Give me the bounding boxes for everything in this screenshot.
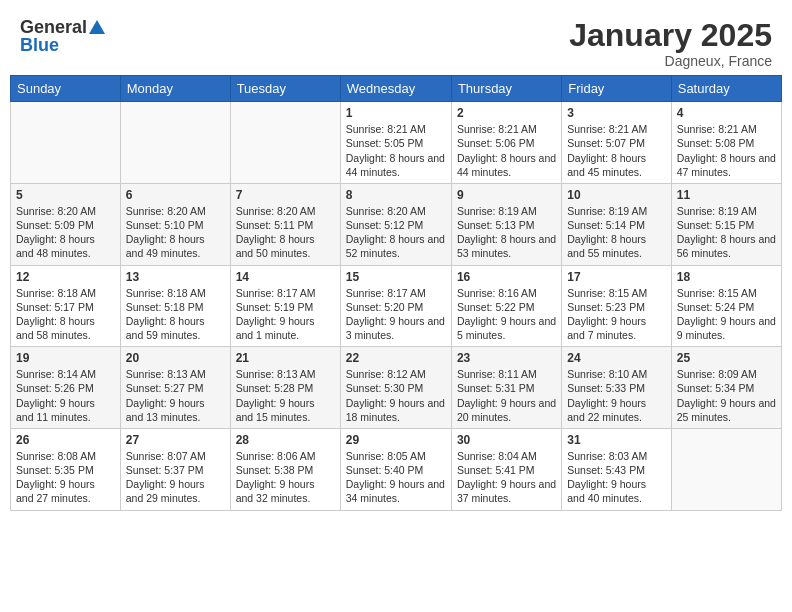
calendar-cell: 4Sunrise: 8:21 AMSunset: 5:08 PMDaylight… bbox=[671, 102, 781, 184]
calendar-week-row: 19Sunrise: 8:14 AMSunset: 5:26 PMDayligh… bbox=[11, 347, 782, 429]
cell-content: Sunrise: 8:11 AMSunset: 5:31 PMDaylight:… bbox=[457, 367, 556, 424]
day-number: 16 bbox=[457, 270, 556, 284]
day-number: 14 bbox=[236, 270, 335, 284]
day-number: 18 bbox=[677, 270, 776, 284]
day-number: 20 bbox=[126, 351, 225, 365]
calendar-cell: 25Sunrise: 8:09 AMSunset: 5:34 PMDayligh… bbox=[671, 347, 781, 429]
weekday-header-monday: Monday bbox=[120, 76, 230, 102]
weekday-header-thursday: Thursday bbox=[451, 76, 561, 102]
day-number: 21 bbox=[236, 351, 335, 365]
cell-content: Sunrise: 8:05 AMSunset: 5:40 PMDaylight:… bbox=[346, 449, 446, 506]
cell-content: Sunrise: 8:15 AMSunset: 5:23 PMDaylight:… bbox=[567, 286, 665, 343]
day-number: 19 bbox=[16, 351, 115, 365]
calendar-title: January 2025 bbox=[569, 18, 772, 53]
weekday-header-row: SundayMondayTuesdayWednesdayThursdayFrid… bbox=[11, 76, 782, 102]
calendar-cell: 29Sunrise: 8:05 AMSunset: 5:40 PMDayligh… bbox=[340, 428, 451, 510]
calendar-cell: 5Sunrise: 8:20 AMSunset: 5:09 PMDaylight… bbox=[11, 183, 121, 265]
day-number: 9 bbox=[457, 188, 556, 202]
cell-content: Sunrise: 8:08 AMSunset: 5:35 PMDaylight:… bbox=[16, 449, 115, 506]
calendar-cell: 20Sunrise: 8:13 AMSunset: 5:27 PMDayligh… bbox=[120, 347, 230, 429]
calendar-cell: 17Sunrise: 8:15 AMSunset: 5:23 PMDayligh… bbox=[562, 265, 671, 347]
calendar-cell: 2Sunrise: 8:21 AMSunset: 5:06 PMDaylight… bbox=[451, 102, 561, 184]
cell-content: Sunrise: 8:06 AMSunset: 5:38 PMDaylight:… bbox=[236, 449, 335, 506]
calendar-cell: 13Sunrise: 8:18 AMSunset: 5:18 PMDayligh… bbox=[120, 265, 230, 347]
calendar-week-row: 26Sunrise: 8:08 AMSunset: 5:35 PMDayligh… bbox=[11, 428, 782, 510]
calendar-cell: 28Sunrise: 8:06 AMSunset: 5:38 PMDayligh… bbox=[230, 428, 340, 510]
day-number: 23 bbox=[457, 351, 556, 365]
calendar-cell: 3Sunrise: 8:21 AMSunset: 5:07 PMDaylight… bbox=[562, 102, 671, 184]
day-number: 11 bbox=[677, 188, 776, 202]
cell-content: Sunrise: 8:12 AMSunset: 5:30 PMDaylight:… bbox=[346, 367, 446, 424]
day-number: 4 bbox=[677, 106, 776, 120]
weekday-header-tuesday: Tuesday bbox=[230, 76, 340, 102]
calendar-cell bbox=[671, 428, 781, 510]
calendar-cell: 1Sunrise: 8:21 AMSunset: 5:05 PMDaylight… bbox=[340, 102, 451, 184]
calendar-cell: 15Sunrise: 8:17 AMSunset: 5:20 PMDayligh… bbox=[340, 265, 451, 347]
cell-content: Sunrise: 8:04 AMSunset: 5:41 PMDaylight:… bbox=[457, 449, 556, 506]
cell-content: Sunrise: 8:18 AMSunset: 5:18 PMDaylight:… bbox=[126, 286, 225, 343]
calendar-cell: 26Sunrise: 8:08 AMSunset: 5:35 PMDayligh… bbox=[11, 428, 121, 510]
calendar-cell: 18Sunrise: 8:15 AMSunset: 5:24 PMDayligh… bbox=[671, 265, 781, 347]
cell-content: Sunrise: 8:21 AMSunset: 5:07 PMDaylight:… bbox=[567, 122, 665, 179]
calendar-cell: 10Sunrise: 8:19 AMSunset: 5:14 PMDayligh… bbox=[562, 183, 671, 265]
cell-content: Sunrise: 8:17 AMSunset: 5:20 PMDaylight:… bbox=[346, 286, 446, 343]
calendar-cell: 24Sunrise: 8:10 AMSunset: 5:33 PMDayligh… bbox=[562, 347, 671, 429]
day-number: 28 bbox=[236, 433, 335, 447]
day-number: 2 bbox=[457, 106, 556, 120]
cell-content: Sunrise: 8:19 AMSunset: 5:14 PMDaylight:… bbox=[567, 204, 665, 261]
cell-content: Sunrise: 8:20 AMSunset: 5:12 PMDaylight:… bbox=[346, 204, 446, 261]
cell-content: Sunrise: 8:19 AMSunset: 5:15 PMDaylight:… bbox=[677, 204, 776, 261]
calendar-cell: 8Sunrise: 8:20 AMSunset: 5:12 PMDaylight… bbox=[340, 183, 451, 265]
calendar-cell: 23Sunrise: 8:11 AMSunset: 5:31 PMDayligh… bbox=[451, 347, 561, 429]
calendar-week-row: 5Sunrise: 8:20 AMSunset: 5:09 PMDaylight… bbox=[11, 183, 782, 265]
day-number: 1 bbox=[346, 106, 446, 120]
weekday-header-friday: Friday bbox=[562, 76, 671, 102]
calendar-cell: 16Sunrise: 8:16 AMSunset: 5:22 PMDayligh… bbox=[451, 265, 561, 347]
day-number: 10 bbox=[567, 188, 665, 202]
calendar-cell bbox=[230, 102, 340, 184]
calendar-cell: 30Sunrise: 8:04 AMSunset: 5:41 PMDayligh… bbox=[451, 428, 561, 510]
day-number: 22 bbox=[346, 351, 446, 365]
cell-content: Sunrise: 8:13 AMSunset: 5:27 PMDaylight:… bbox=[126, 367, 225, 424]
calendar-cell: 6Sunrise: 8:20 AMSunset: 5:10 PMDaylight… bbox=[120, 183, 230, 265]
cell-content: Sunrise: 8:07 AMSunset: 5:37 PMDaylight:… bbox=[126, 449, 225, 506]
cell-content: Sunrise: 8:21 AMSunset: 5:05 PMDaylight:… bbox=[346, 122, 446, 179]
cell-content: Sunrise: 8:19 AMSunset: 5:13 PMDaylight:… bbox=[457, 204, 556, 261]
cell-content: Sunrise: 8:20 AMSunset: 5:11 PMDaylight:… bbox=[236, 204, 335, 261]
calendar-cell: 9Sunrise: 8:19 AMSunset: 5:13 PMDaylight… bbox=[451, 183, 561, 265]
day-number: 24 bbox=[567, 351, 665, 365]
cell-content: Sunrise: 8:20 AMSunset: 5:09 PMDaylight:… bbox=[16, 204, 115, 261]
calendar-week-row: 12Sunrise: 8:18 AMSunset: 5:17 PMDayligh… bbox=[11, 265, 782, 347]
calendar-cell: 14Sunrise: 8:17 AMSunset: 5:19 PMDayligh… bbox=[230, 265, 340, 347]
calendar-cell: 12Sunrise: 8:18 AMSunset: 5:17 PMDayligh… bbox=[11, 265, 121, 347]
logo-triangle-icon bbox=[89, 20, 105, 34]
calendar-location: Dagneux, France bbox=[569, 53, 772, 69]
day-number: 12 bbox=[16, 270, 115, 284]
logo: General Blue bbox=[20, 18, 105, 54]
page-header: General Blue January 2025 Dagneux, Franc… bbox=[10, 10, 782, 75]
day-number: 5 bbox=[16, 188, 115, 202]
day-number: 3 bbox=[567, 106, 665, 120]
title-block: January 2025 Dagneux, France bbox=[569, 18, 772, 69]
day-number: 31 bbox=[567, 433, 665, 447]
cell-content: Sunrise: 8:20 AMSunset: 5:10 PMDaylight:… bbox=[126, 204, 225, 261]
cell-content: Sunrise: 8:21 AMSunset: 5:08 PMDaylight:… bbox=[677, 122, 776, 179]
day-number: 30 bbox=[457, 433, 556, 447]
cell-content: Sunrise: 8:13 AMSunset: 5:28 PMDaylight:… bbox=[236, 367, 335, 424]
calendar-cell: 19Sunrise: 8:14 AMSunset: 5:26 PMDayligh… bbox=[11, 347, 121, 429]
logo-general-text: General bbox=[20, 18, 87, 36]
cell-content: Sunrise: 8:09 AMSunset: 5:34 PMDaylight:… bbox=[677, 367, 776, 424]
calendar-cell bbox=[120, 102, 230, 184]
calendar-cell bbox=[11, 102, 121, 184]
calendar-cell: 21Sunrise: 8:13 AMSunset: 5:28 PMDayligh… bbox=[230, 347, 340, 429]
calendar-week-row: 1Sunrise: 8:21 AMSunset: 5:05 PMDaylight… bbox=[11, 102, 782, 184]
calendar-cell: 27Sunrise: 8:07 AMSunset: 5:37 PMDayligh… bbox=[120, 428, 230, 510]
day-number: 27 bbox=[126, 433, 225, 447]
day-number: 25 bbox=[677, 351, 776, 365]
calendar-cell: 22Sunrise: 8:12 AMSunset: 5:30 PMDayligh… bbox=[340, 347, 451, 429]
calendar-cell: 7Sunrise: 8:20 AMSunset: 5:11 PMDaylight… bbox=[230, 183, 340, 265]
weekday-header-wednesday: Wednesday bbox=[340, 76, 451, 102]
weekday-header-sunday: Sunday bbox=[11, 76, 121, 102]
calendar-table: SundayMondayTuesdayWednesdayThursdayFrid… bbox=[10, 75, 782, 510]
logo-blue-text: Blue bbox=[20, 36, 59, 54]
